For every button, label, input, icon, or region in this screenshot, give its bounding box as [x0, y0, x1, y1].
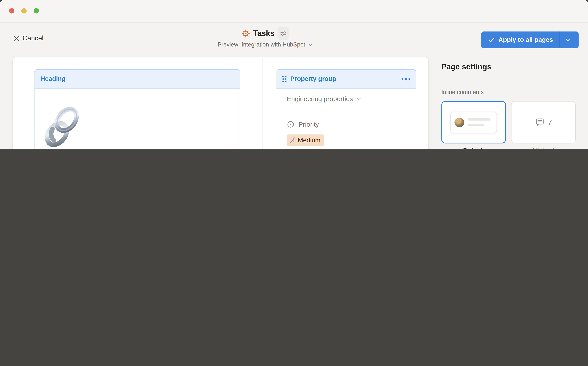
comment-bubble-icon [534, 117, 545, 127]
option-label-minimal: Minimal [511, 147, 576, 149]
row-priority[interactable]: Priority [287, 120, 319, 129]
mini-comment-preview [450, 112, 497, 133]
column-divider [262, 57, 263, 149]
minimize-window-button[interactable] [21, 8, 27, 14]
inline-comments-option-minimal[interactable]: 7 [511, 101, 576, 144]
cancel-button[interactable]: Cancel [14, 34, 43, 42]
avatar [455, 117, 464, 127]
section-title: Engineering properties [287, 95, 353, 103]
heading-block-header[interactable]: Heading [34, 70, 240, 89]
cancel-label: Cancel [23, 34, 43, 42]
heading-block[interactable]: Heading No backlinks [34, 69, 240, 149]
chevron-down-icon [356, 96, 361, 101]
inline-comments-label: Inline comments [441, 89, 484, 95]
preview-selector[interactable]: Preview: Integration with HubSpot [188, 41, 343, 48]
drag-handle-icon[interactable] [282, 76, 287, 83]
property-group-header[interactable]: Property group [276, 70, 416, 89]
heading-block-label: Heading [40, 75, 66, 83]
inline-comments-option-default[interactable] [441, 101, 506, 144]
comment-count-badge: 7 [548, 118, 552, 127]
page-title: Tasks [253, 29, 274, 38]
priority-tag-medium[interactable]: Medium [287, 134, 324, 146]
settings-title: Page settings [441, 62, 491, 71]
page-settings-panel: Page settings Inline comments 7 Default … [441, 0, 588, 149]
section-engineering-properties[interactable]: Engineering properties [287, 94, 361, 103]
tag-text: Medium [298, 137, 320, 144]
helm-icon [242, 29, 250, 38]
sliders-icon [280, 30, 286, 37]
needle-icon [290, 137, 296, 144]
zoom-window-button[interactable] [34, 8, 39, 14]
property-label: Priority [298, 120, 319, 128]
close-icon [14, 36, 19, 41]
document-header: Tasks Preview: Integration with HubSpot [188, 27, 343, 48]
property-group-block[interactable]: Property group Engineering properties Pr… [276, 69, 416, 149]
chain-links-icon [43, 106, 82, 148]
close-window-button[interactable] [9, 8, 14, 14]
window: Cancel Tasks [0, 0, 588, 149]
property-group-label: Property group [290, 75, 337, 83]
page-preview-panel: Heading No backlinks [12, 57, 429, 149]
block-menu-button[interactable] [402, 78, 410, 80]
chevron-down-icon [308, 42, 313, 47]
customize-layout-button[interactable] [277, 27, 289, 40]
option-label-default: Default [441, 147, 506, 149]
priority-icon [287, 121, 294, 128]
preview-label: Preview: Integration with HubSpot [218, 41, 305, 48]
